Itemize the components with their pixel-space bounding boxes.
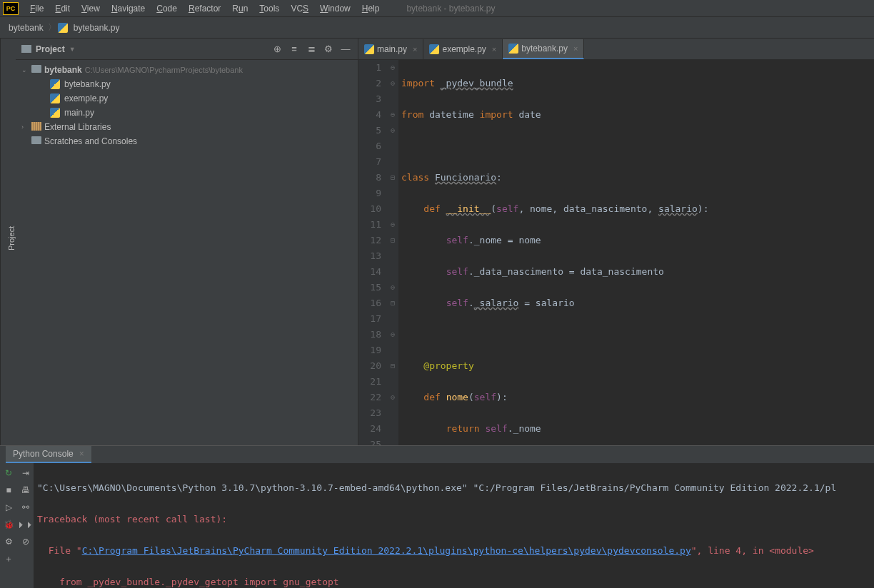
dropdown-arrow-icon[interactable]: ▼: [69, 46, 76, 53]
project-tool-tab[interactable]: Project: [0, 39, 16, 445]
settings-icon[interactable]: ⚙: [322, 43, 335, 56]
expand-icon[interactable]: ›: [21, 123, 31, 131]
soft-wrap-icon[interactable]: ⇥: [20, 467, 31, 479]
run-icon[interactable]: ▷: [3, 502, 14, 513]
menu-run[interactable]: Run: [226, 2, 253, 15]
menu-file[interactable]: File: [24, 2, 49, 15]
console-output[interactable]: "C:\Users\MAGNO\Documents\Python 3.10.7\…: [34, 463, 874, 588]
python-file-icon: [429, 44, 439, 54]
project-panel-header: Project ▼ ⊕ ≡ ≣ ⚙ —: [16, 39, 358, 60]
locate-icon[interactable]: ⊕: [271, 43, 283, 56]
menu-refactor[interactable]: Refactor: [183, 2, 226, 15]
menu-view[interactable]: View: [76, 2, 106, 15]
editor: main.py × exemple.py × bytebank.py × 123…: [358, 39, 874, 445]
breadcrumb: bytebank 〉 bytebank.py: [0, 17, 874, 39]
menu-navigate[interactable]: Navigate: [106, 2, 151, 15]
code-area[interactable]: 1234567891011121314151617181920212223242…: [358, 60, 874, 445]
scroll-icon[interactable]: ⚯: [20, 502, 31, 513]
menu-help[interactable]: Help: [356, 2, 386, 15]
line-gutter: 1234567891011121314151617181920212223242…: [358, 60, 387, 445]
console-tab-label: Python Console: [13, 449, 74, 459]
close-icon[interactable]: ×: [79, 449, 84, 459]
collapse-icon[interactable]: ⌄: [21, 66, 31, 74]
editor-tab-exemple[interactable]: exemple.py ×: [423, 39, 503, 59]
expand-all-icon[interactable]: ≡: [288, 43, 301, 56]
project-panel: Project ▼ ⊕ ≡ ≣ ⚙ — ⌄ bytebank C:\Users\…: [16, 39, 358, 445]
rerun-icon[interactable]: ↻: [3, 467, 14, 479]
tree-label: Scratches and Consoles: [44, 136, 137, 146]
tree-file-label: main.py: [64, 108, 94, 118]
editor-tabs: main.py × exemple.py × bytebank.py ×: [358, 39, 874, 60]
print-icon[interactable]: 🖶: [20, 485, 31, 496]
library-icon: [31, 122, 41, 131]
console-toolbar-left: ↻ ■ ▷ 🐞 ⚙ ＋: [0, 463, 17, 588]
tree-file[interactable]: exemple.py: [16, 91, 358, 106]
python-file-icon: [50, 93, 60, 103]
history-icon[interactable]: ⏵⏵: [20, 519, 31, 530]
python-file-icon: [50, 108, 60, 118]
stop-icon[interactable]: ■: [3, 485, 14, 496]
breadcrumb-project[interactable]: bytebank: [6, 23, 46, 33]
tree-scratches[interactable]: Scratches and Consoles: [16, 134, 358, 148]
python-file-icon: [508, 44, 518, 54]
menu-bar: PC File Edit View Navigate Code Refactor…: [0, 0, 874, 17]
new-console-icon[interactable]: ＋: [3, 553, 14, 564]
editor-tab-bytebank[interactable]: bytebank.py ×: [503, 39, 584, 59]
console-link[interactable]: C:\Program Files\JetBrains\PyCharm Commu…: [82, 545, 691, 556]
hide-icon[interactable]: —: [339, 43, 352, 56]
clear-icon[interactable]: ⊘: [20, 536, 31, 547]
tree-root-path: C:\Users\MAGNO\PycharmProjects\bytebank: [85, 66, 243, 74]
close-icon[interactable]: ×: [413, 45, 417, 54]
pycharm-logo-icon: PC: [3, 2, 19, 15]
close-icon[interactable]: ×: [573, 44, 578, 53]
tab-label: main.py: [377, 44, 407, 54]
editor-tab-main[interactable]: main.py ×: [358, 39, 423, 59]
project-panel-title[interactable]: Project: [36, 44, 65, 54]
tab-label: exemple.py: [442, 44, 486, 54]
menu-tools[interactable]: Tools: [253, 2, 285, 15]
menu-edit[interactable]: Edit: [49, 2, 76, 15]
tree-root-label: bytebank: [44, 65, 82, 75]
python-file-icon: [364, 44, 374, 54]
tree-label: External Libraries: [44, 122, 111, 132]
menu-code[interactable]: Code: [151, 2, 183, 15]
chevron-right-icon: 〉: [48, 21, 56, 34]
python-file-icon: [58, 23, 68, 33]
console-tabs: Python Console ×: [0, 446, 874, 463]
console-line: "C:\Users\MAGNO\Documents\Python 3.10.7\…: [37, 482, 836, 493]
scratches-icon: [31, 136, 41, 144]
console-line: Traceback (most recent call last):: [37, 514, 227, 524]
close-icon[interactable]: ×: [492, 45, 496, 54]
tree-file[interactable]: bytebank.py: [16, 77, 358, 91]
collapse-all-icon[interactable]: ≣: [305, 43, 318, 56]
menu-vcs[interactable]: VCS: [285, 2, 314, 15]
fold-gutter: ⊖⊖⊖⊖⊟⊖⊟⊖⊟⊖⊟⊖: [387, 60, 398, 445]
project-tree: ⌄ bytebank C:\Users\MAGNO\PycharmProject…: [16, 60, 358, 151]
tree-file-label: exemple.py: [64, 93, 108, 103]
tree-file[interactable]: main.py: [16, 106, 358, 120]
tab-label: bytebank.py: [521, 44, 568, 54]
folder-icon: [31, 65, 41, 73]
tree-file-label: bytebank.py: [64, 79, 111, 89]
breadcrumb-file[interactable]: bytebank.py: [71, 23, 123, 33]
console-tab-python[interactable]: Python Console ×: [6, 446, 91, 463]
menu-window[interactable]: Window: [314, 2, 356, 15]
tree-root[interactable]: ⌄ bytebank C:\Users\MAGNO\PycharmProject…: [16, 63, 358, 77]
console-line: File ": [37, 545, 82, 556]
console-panel: Python Console × ↻ ■ ▷ 🐞 ⚙ ＋ ⇥ 🖶 ⚯ ⏵⏵ ⊘ …: [0, 445, 874, 574]
python-file-icon: [50, 79, 60, 89]
window-title: bytebank - bytebank.py: [406, 4, 495, 14]
tree-external-libs[interactable]: › External Libraries: [16, 120, 358, 134]
console-toolbar-right: ⇥ 🖶 ⚯ ⏵⏵ ⊘: [17, 463, 34, 588]
console-line: from _pydev_bundle._pydev_getopt import …: [37, 577, 339, 587]
debug-icon[interactable]: 🐞: [3, 519, 14, 530]
code-content[interactable]: import _pydev_bundle from datetime impor…: [398, 60, 874, 445]
folder-icon: [21, 45, 31, 53]
settings-icon[interactable]: ⚙: [3, 536, 14, 547]
